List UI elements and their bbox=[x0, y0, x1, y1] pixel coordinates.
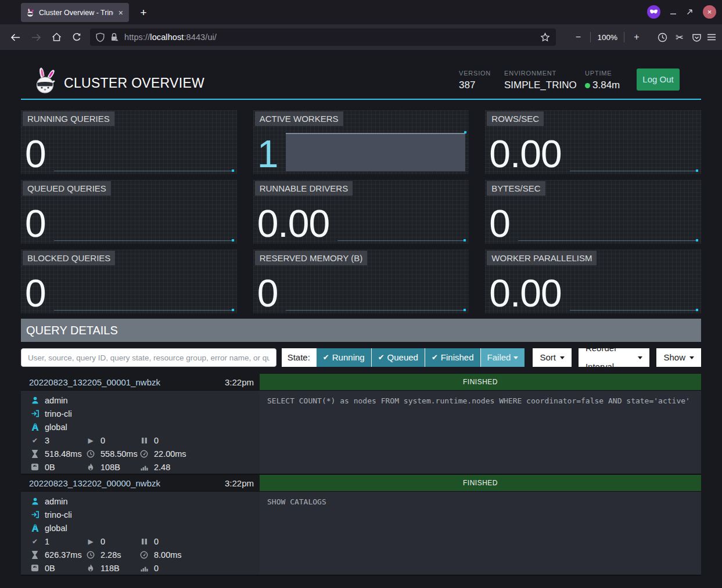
tab-close-icon[interactable]: × bbox=[117, 8, 124, 17]
trino-cluster-overview-page: CLUSTER OVERVIEW VERSION 387 ENVIRONMENT… bbox=[0, 50, 722, 588]
peak-memory-fire-icon bbox=[86, 564, 95, 572]
tracking-protection-shield-icon[interactable] bbox=[96, 33, 105, 42]
elapsed-time: 558.50ms bbox=[100, 449, 138, 459]
caret-down-icon bbox=[689, 356, 694, 359]
environment-value: SIMPLE_TRINO bbox=[504, 80, 577, 91]
sparkline bbox=[54, 132, 235, 172]
pocket-save-icon[interactable] bbox=[692, 33, 702, 42]
query-user: admin bbox=[45, 497, 68, 506]
resource-group-road-icon bbox=[30, 423, 39, 431]
window-minimize-button[interactable] bbox=[670, 9, 677, 16]
elapsed-time: 2.28s bbox=[100, 550, 121, 560]
forward-button[interactable] bbox=[27, 28, 45, 46]
check-icon: ✔ bbox=[432, 348, 438, 367]
sort-dropdown[interactable]: Sort bbox=[533, 348, 572, 367]
reorder-interval-dropdown[interactable]: Reorder Interval bbox=[579, 348, 650, 367]
stat-label: BYTES/SEC bbox=[487, 181, 545, 196]
new-tab-button[interactable]: + bbox=[136, 5, 151, 20]
query-status-badge: FINISHED bbox=[260, 475, 701, 491]
trino-bunny-logo bbox=[33, 66, 58, 95]
query-sql-text: SHOW CATALOGS bbox=[260, 492, 701, 575]
browser-titlebar: Cluster Overview - Trino × + × bbox=[0, 0, 722, 24]
query-id-link[interactable]: 20220823_132205_00001_nwbzk bbox=[29, 377, 160, 387]
tab-title: Cluster Overview - Trino bbox=[39, 9, 113, 17]
completed-splits-check-icon: ✔ bbox=[30, 437, 39, 445]
source-sign-in-icon bbox=[30, 510, 39, 519]
bookmark-star-icon[interactable] bbox=[540, 33, 550, 42]
queued-splits-pause-icon bbox=[139, 437, 149, 444]
state-filter-running[interactable]: ✔ Running bbox=[316, 348, 371, 367]
menu-hamburger-icon[interactable] bbox=[707, 33, 716, 41]
stat-label: ROWS/SEC bbox=[487, 111, 544, 126]
logout-button[interactable]: Log Out bbox=[637, 68, 680, 91]
query-id-link[interactable]: 20220823_132202_00000_nwbzk bbox=[29, 478, 160, 488]
url-bar[interactable]: https://localhost:8443/ui/ bbox=[90, 28, 556, 46]
window-close-button[interactable]: × bbox=[703, 5, 716, 19]
peak-memory: 118B bbox=[100, 564, 120, 573]
page-header: CLUSTER OVERVIEW VERSION 387 ENVIRONMENT… bbox=[21, 50, 701, 100]
current-memory-scale-icon bbox=[30, 564, 39, 572]
version-label: VERSION bbox=[459, 70, 491, 77]
zoom-level[interactable]: 100% bbox=[596, 33, 619, 42]
stat-value: 1 bbox=[257, 136, 278, 172]
cumulative-memory: 0 bbox=[154, 564, 159, 573]
zoom-in-button[interactable]: + bbox=[630, 32, 644, 42]
query-time: 3:22pm bbox=[225, 377, 254, 387]
query-details-header: QUERY DETAILS bbox=[21, 319, 701, 342]
query-row: 20220823_132202_00000_nwbzk 3:22pm FINIS… bbox=[21, 475, 701, 576]
page-title: CLUSTER OVERVIEW bbox=[64, 75, 204, 91]
running-splits-play-icon: ▶ bbox=[86, 437, 95, 445]
completed-splits: 3 bbox=[45, 436, 49, 445]
trino-favicon-icon bbox=[26, 8, 35, 17]
cpu-time: 8.00ms bbox=[154, 550, 182, 560]
stat-card-bytes-sec: BYTES/SEC 0 bbox=[485, 180, 701, 244]
state-filter-finished[interactable]: ✔ Finished bbox=[425, 348, 480, 367]
peak-memory: 108B bbox=[100, 463, 120, 472]
cumulative-memory-bars-icon bbox=[139, 564, 149, 572]
stat-value: 0 bbox=[257, 275, 278, 312]
stat-label: WORKER PARALLELISM bbox=[487, 251, 597, 265]
window-restore-button[interactable] bbox=[686, 8, 694, 16]
insecure-lock-icon[interactable] bbox=[110, 33, 119, 42]
browser-tab[interactable]: Cluster Overview - Trino × bbox=[21, 3, 129, 22]
cpu-time-gauge-icon bbox=[139, 450, 149, 458]
stat-card-blocked-queries: BLOCKED QUERIES 0 bbox=[21, 250, 237, 313]
url-text[interactable]: https://localhost:8443/ui/ bbox=[124, 33, 217, 42]
query-source: trino-cli bbox=[45, 409, 72, 419]
wall-time-hourglass-icon bbox=[30, 450, 39, 458]
completed-splits: 1 bbox=[45, 537, 49, 546]
sparkline bbox=[570, 132, 699, 172]
uptime-value: 3.84m bbox=[592, 80, 620, 91]
running-splits: 0 bbox=[100, 537, 105, 546]
screenshot-scissors-icon[interactable]: ✂ bbox=[673, 32, 687, 43]
home-button[interactable] bbox=[48, 28, 65, 46]
stat-card-active-workers: ACTIVE WORKERS 1 bbox=[253, 110, 469, 174]
state-filter-group: State: ✔ Running ✔ Queued ✔ Finished Fai… bbox=[282, 348, 525, 367]
caret-down-icon bbox=[513, 356, 518, 359]
stat-label: QUEUED QUERIES bbox=[23, 181, 111, 196]
stat-value: 0.00 bbox=[489, 136, 561, 172]
query-search-input[interactable] bbox=[21, 348, 276, 367]
reload-button[interactable] bbox=[68, 28, 85, 46]
sparkline bbox=[54, 201, 235, 242]
uptime-status-dot bbox=[585, 83, 590, 88]
stat-card-rows-sec: ROWS/SEC 0.00 bbox=[485, 110, 701, 174]
stat-value: 0 bbox=[25, 275, 46, 312]
stat-card-worker-parallelism: WORKER PARALLELISM 0.00 bbox=[485, 250, 701, 313]
back-button[interactable] bbox=[6, 28, 24, 46]
stat-label: RUNNING QUERIES bbox=[23, 111, 114, 126]
state-filter-failed-dropdown[interactable]: Failed bbox=[480, 348, 525, 367]
show-dropdown[interactable]: Show bbox=[656, 348, 701, 367]
stat-label: ACTIVE WORKERS bbox=[255, 111, 343, 126]
history-clock-icon[interactable] bbox=[658, 33, 667, 42]
user-icon bbox=[30, 396, 39, 405]
query-row: 20220823_132205_00001_nwbzk 3:22pm FINIS… bbox=[21, 374, 701, 475]
peak-memory-fire-icon bbox=[86, 463, 95, 471]
zoom-out-button[interactable]: − bbox=[571, 32, 585, 42]
state-filter-label: State: bbox=[282, 348, 316, 367]
query-list: 20220823_132205_00001_nwbzk 3:22pm FINIS… bbox=[21, 374, 701, 576]
sparkline bbox=[518, 201, 699, 242]
uptime-block: UPTIME 3.84m bbox=[585, 70, 620, 91]
state-filter-queued[interactable]: ✔ Queued bbox=[371, 348, 425, 367]
cluster-stats-grid: RUNNING QUERIES 0 ACTIVE WORKERS 1 ROWS/… bbox=[21, 110, 701, 313]
